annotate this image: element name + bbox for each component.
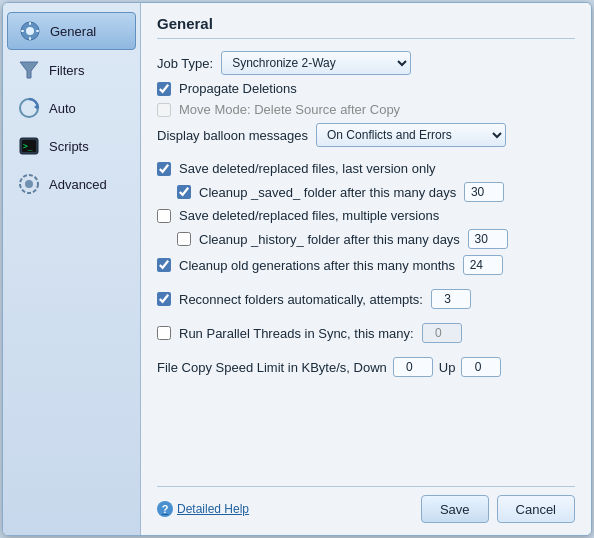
propagate-deletions-checkbox[interactable] [157,82,171,96]
help-icon: ? [157,501,173,517]
general-icon [18,19,42,43]
page-title: General [157,15,575,39]
dialog: General Filters Auto >_ Scripts [2,2,592,536]
job-type-row: Job Type: Synchronize 2-Way Synchronize … [157,51,575,75]
sidebar-label-auto: Auto [49,101,76,116]
sidebar-label-general: General [50,24,96,39]
propagate-deletions-label[interactable]: Propagate Deletions [179,81,297,96]
svg-marker-8 [34,104,38,110]
sidebar-item-filters[interactable]: Filters [7,52,136,88]
help-label: Detailed Help [177,502,249,516]
svg-point-12 [25,180,33,188]
svg-rect-3 [29,37,31,40]
file-copy-up-label: Up [439,360,456,375]
propagate-deletions-row: Propagate Deletions [157,81,575,96]
balloon-select[interactable]: On Conflicts and Errors Always Never [316,123,506,147]
move-mode-label: Move Mode: Delete Source after Copy [179,102,400,117]
file-copy-down-input[interactable] [393,357,433,377]
parallel-threads-label[interactable]: Run Parallel Threads in Sync, this many: [179,326,414,341]
sidebar-label-advanced: Advanced [49,177,107,192]
parallel-threads-input[interactable] [422,323,462,343]
sidebar-item-advanced[interactable]: Advanced [7,166,136,202]
save-deleted-single-checkbox[interactable] [157,162,171,176]
scripts-icon: >_ [17,134,41,158]
reconnect-label[interactable]: Reconnect folders automatically, attempt… [179,292,423,307]
sidebar-item-scripts[interactable]: >_ Scripts [7,128,136,164]
cleanup-generations-checkbox[interactable] [157,258,171,272]
balloon-label: Display balloon messages [157,128,308,143]
cleanup-saved-days-input[interactable] [464,182,504,202]
save-deleted-single-row: Save deleted/replaced files, last versio… [157,161,575,176]
file-copy-row: File Copy Speed Limit in KByte/s, Down U… [157,357,575,377]
cleanup-history-row: Cleanup _history_ folder after this many… [177,229,575,249]
svg-point-1 [26,27,34,35]
cleanup-saved-checkbox[interactable] [177,185,191,199]
main-content: General Job Type: Synchronize 2-Way Sync… [141,3,591,535]
svg-rect-5 [36,30,39,32]
sidebar-label-filters: Filters [49,63,84,78]
cleanup-saved-label[interactable]: Cleanup _saved_ folder after this many d… [199,185,456,200]
svg-rect-4 [21,30,24,32]
cleanup-generations-months-input[interactable] [463,255,503,275]
sidebar: General Filters Auto >_ Scripts [3,3,141,535]
help-link[interactable]: ? Detailed Help [157,501,249,517]
reconnect-checkbox[interactable] [157,292,171,306]
sidebar-item-auto[interactable]: Auto [7,90,136,126]
cleanup-history-days-input[interactable] [468,229,508,249]
cancel-button[interactable]: Cancel [497,495,575,523]
svg-text:>_: >_ [23,142,33,151]
save-deleted-multi-label[interactable]: Save deleted/replaced files, multiple ve… [179,208,439,223]
save-deleted-multi-checkbox[interactable] [157,209,171,223]
save-button[interactable]: Save [421,495,489,523]
save-deleted-multi-row: Save deleted/replaced files, multiple ve… [157,208,575,223]
cleanup-generations-label[interactable]: Cleanup old generations after this many … [179,258,455,273]
sidebar-label-scripts: Scripts [49,139,89,154]
file-copy-up-input[interactable] [461,357,501,377]
file-copy-label: File Copy Speed Limit in KByte/s, Down [157,360,387,375]
parallel-threads-checkbox[interactable] [157,326,171,340]
cleanup-generations-row: Cleanup old generations after this many … [157,255,575,275]
cleanup-saved-row: Cleanup _saved_ folder after this many d… [177,182,575,202]
reconnect-row: Reconnect folders automatically, attempt… [157,289,575,309]
footer: ? Detailed Help Save Cancel [157,486,575,523]
svg-rect-2 [29,22,31,25]
move-mode-row: Move Mode: Delete Source after Copy [157,102,575,117]
form-area: Job Type: Synchronize 2-Way Synchronize … [157,51,575,478]
balloon-row: Display balloon messages On Conflicts an… [157,123,575,147]
parallel-threads-row: Run Parallel Threads in Sync, this many: [157,323,575,343]
job-type-select[interactable]: Synchronize 2-Way Synchronize 1-Way Back… [221,51,411,75]
job-type-label: Job Type: [157,56,213,71]
sidebar-item-general[interactable]: General [7,12,136,50]
advanced-icon [17,172,41,196]
auto-icon [17,96,41,120]
filters-icon [17,58,41,82]
save-deleted-single-label[interactable]: Save deleted/replaced files, last versio… [179,161,436,176]
button-group: Save Cancel [421,495,575,523]
svg-marker-6 [20,62,38,78]
reconnect-attempts-input[interactable] [431,289,471,309]
move-mode-checkbox[interactable] [157,103,171,117]
cleanup-history-label[interactable]: Cleanup _history_ folder after this many… [199,232,460,247]
cleanup-history-checkbox[interactable] [177,232,191,246]
